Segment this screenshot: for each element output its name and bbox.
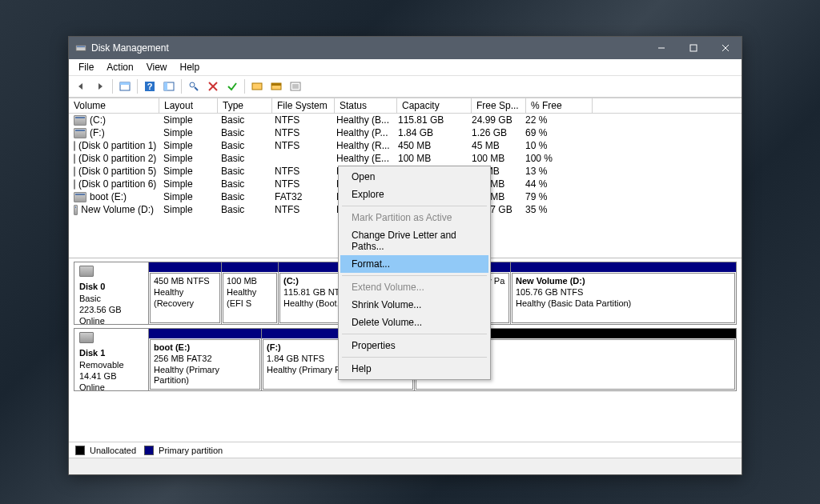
partition[interactable]: 100 MBHealthy (EFI S: [222, 262, 279, 324]
volume-status: Healthy (P...: [332, 126, 393, 139]
disk-online: Online: [79, 382, 105, 392]
checkmark-icon[interactable]: [223, 78, 241, 95]
action-icon[interactable]: [185, 78, 203, 95]
maximize-button[interactable]: [677, 37, 709, 59]
volume-type: Basic: [216, 203, 270, 216]
volume-free: 100 MB: [467, 152, 521, 165]
volume-status: Healthy (E...: [332, 152, 393, 165]
settings-top-icon[interactable]: [248, 78, 266, 95]
toolbar-separator: [181, 79, 182, 94]
partition-title: New Volume (D:): [516, 276, 731, 287]
col-type[interactable]: Type: [218, 98, 272, 113]
toolbar-separator: [112, 79, 113, 94]
legend-swatch-primary: [144, 446, 154, 455]
partition[interactable]: boot (E:)256 MB FAT32Healthy (Primary Pa…: [149, 329, 262, 390]
menu-file[interactable]: File: [72, 60, 100, 74]
ctx-separator: [342, 334, 487, 334]
volume-name: (Disk 0 partition 1): [78, 140, 156, 151]
volume-percent: 69 %: [521, 126, 586, 139]
svg-rect-7: [120, 82, 130, 85]
ctx-help[interactable]: Help: [340, 360, 488, 378]
delete-icon[interactable]: [204, 78, 222, 95]
ctx-mark-active: Mark Partition as Active: [340, 209, 488, 226]
legend-swatch-unallocated: [75, 446, 85, 455]
volume-row[interactable]: (Disk 0 partition 1)SimpleBasicNTFSHealt…: [69, 139, 742, 152]
ctx-open[interactable]: Open: [340, 168, 488, 186]
col-capacity[interactable]: Capacity: [397, 98, 472, 113]
titlebar[interactable]: Disk Management: [69, 37, 742, 59]
col-status[interactable]: Status: [335, 98, 397, 113]
volume-row[interactable]: (F:)SimpleBasicNTFSHealthy (P...1.84 GB1…: [69, 126, 742, 139]
volume-percent: 44 %: [521, 178, 586, 190]
app-icon: [75, 42, 86, 54]
partition-line2: Healthy (Basic Data Partition): [516, 298, 731, 310]
volume-row[interactable]: (Disk 0 partition 2)SimpleBasicHealthy (…: [69, 152, 742, 165]
col-free-space[interactable]: Free Sp...: [472, 98, 526, 113]
partition[interactable]: New Volume (D:)105.76 GB NTFSHealthy (Ba…: [511, 262, 736, 324]
volume-row[interactable]: (C:)SimpleBasicNTFSHealthy (B...115.81 G…: [69, 114, 742, 126]
disk-size: 223.56 GB: [79, 305, 122, 314]
volume-list-header: Volume Layout Type File System Status Ca…: [69, 98, 742, 114]
refresh-icon[interactable]: [160, 78, 178, 95]
volume-status: Healthy (B...: [332, 114, 393, 126]
volume-fs: [270, 152, 332, 165]
ctx-explore[interactable]: Explore: [340, 186, 488, 203]
volume-name: (Disk 0 partition 5): [78, 166, 156, 177]
settings-bottom-icon[interactable]: [267, 78, 285, 95]
ctx-format[interactable]: Format...: [340, 255, 488, 273]
menu-help[interactable]: Help: [174, 60, 207, 74]
legend-label-primary: Primary partition: [159, 446, 223, 455]
minimize-button[interactable]: [645, 37, 677, 59]
window-title: Disk Management: [91, 42, 645, 54]
toolbar-separator: [244, 79, 245, 94]
svg-point-12: [190, 82, 195, 87]
volume-type: Basic: [216, 178, 270, 190]
volume-name: (Disk 0 partition 2): [78, 153, 156, 164]
legend-label-unallocated: Unallocated: [90, 446, 136, 455]
volume-fs: NTFS: [270, 114, 332, 126]
col-volume[interactable]: Volume: [69, 98, 159, 113]
volume-fs: NTFS: [270, 203, 332, 216]
help-icon[interactable]: ?: [141, 78, 159, 95]
properties-icon[interactable]: [287, 78, 304, 95]
menu-action[interactable]: Action: [100, 60, 139, 74]
disk-type: Removable: [79, 360, 124, 370]
ctx-change-letter[interactable]: Change Drive Letter and Paths...: [340, 226, 488, 255]
svg-rect-3: [690, 45, 697, 51]
ctx-separator: [342, 357, 487, 358]
col-file-system[interactable]: File System: [272, 98, 335, 113]
partition-bar: [511, 262, 736, 272]
forward-icon[interactable]: [91, 78, 109, 95]
disk-icon: [79, 332, 94, 343]
volume-fs: NTFS: [270, 126, 332, 139]
ctx-extend: Extend Volume...: [340, 278, 488, 296]
disk-info[interactable]: Disk 0Basic223.56 GBOnline: [74, 262, 149, 324]
show-hide-console-icon[interactable]: [116, 78, 134, 95]
ctx-shrink[interactable]: Shrink Volume...: [340, 296, 488, 314]
ctx-properties[interactable]: Properties: [340, 337, 488, 354]
close-button[interactable]: [709, 37, 742, 59]
volume-layout: Simple: [159, 178, 216, 190]
disk-info[interactable]: Disk 1Removable14.41 GBOnline: [74, 329, 149, 390]
volume-type: Basic: [216, 152, 270, 165]
volume-percent: 13 %: [521, 165, 586, 178]
disk-icon: [79, 266, 94, 277]
volume-status: Healthy (R...: [332, 139, 393, 152]
col-percent-free[interactable]: % Free: [526, 98, 593, 113]
col-layout[interactable]: Layout: [159, 98, 218, 113]
volume-percent: 100 %: [521, 152, 586, 165]
partition[interactable]: 450 MB NTFSHealthy (Recovery: [149, 262, 222, 324]
toolbar-separator: [137, 79, 138, 94]
back-icon[interactable]: [72, 78, 90, 95]
statusbar: [69, 458, 742, 474]
partition-body: 100 MBHealthy (EFI S: [223, 273, 277, 323]
volume-layout: Simple: [159, 165, 216, 178]
partition-line1: 105.76 GB NTFS: [516, 287, 731, 298]
volume-layout: Simple: [159, 139, 216, 152]
ctx-delete[interactable]: Delete Volume...: [340, 314, 488, 331]
volume-type: Basic: [216, 139, 270, 152]
volume-capacity: 1.84 GB: [393, 126, 467, 139]
menu-view[interactable]: View: [140, 60, 174, 74]
volume-layout: Simple: [159, 203, 216, 216]
partition-body: 450 MB NTFSHealthy (Recovery: [150, 273, 220, 323]
